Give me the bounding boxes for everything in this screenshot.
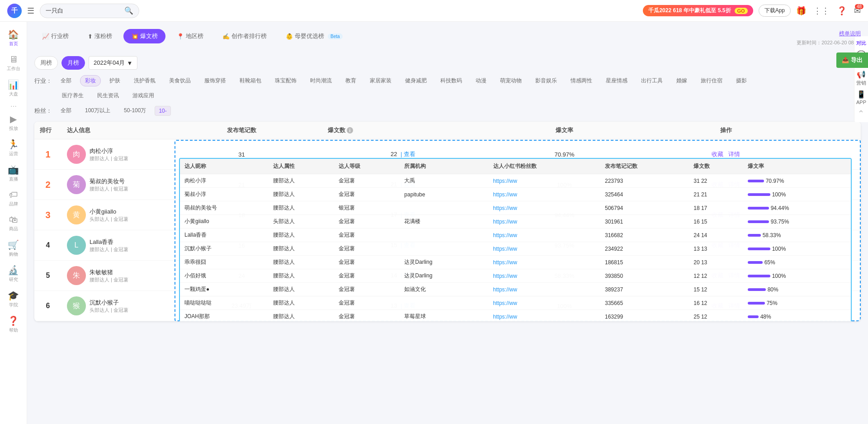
industry-horoscope[interactable]: 星座情感 [601, 75, 632, 86]
view-link-1[interactable]: | 查看 [401, 151, 415, 157]
promo-go[interactable]: GO [735, 8, 748, 14]
period-week[interactable]: 周榜 [34, 56, 58, 70]
tab-region[interactable]: 📍 地区榜 [169, 29, 211, 43]
viral-info-icon[interactable]: i [347, 127, 353, 133]
popup-cell-rate: 58.33% [743, 229, 851, 242]
industry-entertainment[interactable]: 影音娱乐 [530, 75, 562, 86]
popup-cell-rate: 94.44% [743, 201, 851, 215]
sidebar-item-deliver[interactable]: ▶ 投放 [0, 110, 27, 135]
popup-cell-name: 肉松小淳 [180, 174, 269, 188]
sidebar-item-brand[interactable]: 🏷 品牌 [0, 186, 27, 211]
fans-50-100[interactable]: 50-100万 [119, 105, 151, 116]
industry-games[interactable]: 游戏应用 [127, 90, 159, 101]
tab-viral[interactable]: 💥 爆文榜 [123, 29, 165, 43]
collect-1[interactable]: 收藏 [712, 151, 723, 157]
fans-10[interactable]: 10- [155, 106, 170, 116]
sidebar-item-academy[interactable]: 🎓 学院 [0, 286, 27, 312]
sidebar-item-shop[interactable]: 🛒 购物 [0, 236, 27, 261]
collapse-panel-icon[interactable]: ⌃ [858, 109, 864, 119]
industry-food[interactable]: 美食饮品 [164, 75, 196, 86]
compare-mkt-label: 营销 [856, 80, 866, 86]
sidebar-label-academy: 学院 [9, 302, 18, 308]
influencer-4: L Lalla香香 腰部达人 | 金冠薯 [61, 230, 161, 260]
sidebar-item-home[interactable]: 🏠 首页 [0, 25, 27, 51]
tab-industry[interactable]: 📈 行业榜 [34, 29, 76, 43]
compare-marketing[interactable]: 📢 营销 [856, 70, 866, 86]
industry-gender[interactable]: 情感两性 [566, 75, 597, 86]
industry-news[interactable]: 民生资讯 [92, 90, 124, 101]
industry-tab-label: 行业榜 [51, 32, 69, 40]
fans-1m[interactable]: 100万以上 [80, 105, 115, 116]
inf-name-3: 小黄giiallo [90, 208, 128, 216]
apps-icon[interactable]: ⋮⋮ [813, 6, 830, 16]
industry-medical[interactable]: 医疗养生 [57, 90, 89, 101]
industry-fashion[interactable]: 服饰穿搭 [199, 75, 231, 86]
promo-text: 千瓜2022 618 年中豪礼低至 [648, 7, 716, 14]
industry-trend[interactable]: 时尚潮流 [305, 75, 337, 86]
popup-cell-name: 一颗鸡蛋● [180, 283, 269, 296]
help-icon[interactable]: ❓ [837, 6, 847, 16]
popup-cell-rate: 93.75% [743, 215, 851, 229]
popup-cell-notes: 223793 [600, 174, 689, 188]
sidebar-item-research[interactable]: 🔬 研究 [0, 261, 27, 286]
industry-travel[interactable]: 旅行住宿 [696, 75, 727, 86]
gift-icon[interactable]: 🎁 [796, 6, 806, 16]
industry-all[interactable]: 全部 [56, 75, 76, 86]
industry-tech[interactable]: 科技数码 [435, 75, 467, 86]
popup-cell-rate: 75% [743, 296, 851, 310]
sidebar-item-workbench[interactable]: 🖥 工作台 [0, 51, 27, 76]
rank-6: 6 [34, 296, 61, 315]
popup-col-attr: 达人属性 [269, 159, 334, 174]
compare-label: 对比 [856, 40, 866, 47]
industry-travel-tools[interactable]: 出行工具 [636, 75, 668, 86]
popup-cell-viral: 25 12 [689, 310, 743, 322]
export-button[interactable]: 📤 导出 [836, 52, 868, 68]
search-input[interactable] [46, 7, 124, 14]
industry-shoes[interactable]: 鞋靴箱包 [235, 75, 266, 86]
sidebar-item-live[interactable]: 📺 直播 [0, 161, 27, 186]
search-button[interactable]: 🔍 [124, 6, 133, 15]
popup-cell-fans: https://ww [489, 229, 600, 242]
popup-col-org: 所属机构 [400, 159, 488, 174]
industry-makeup[interactable]: 彩妆 [80, 75, 101, 86]
popup-cell-rate: 70.97% [743, 174, 851, 188]
industry-pets[interactable]: 萌宠动物 [495, 75, 527, 86]
industry-wedding[interactable]: 婚嫁 [671, 75, 692, 86]
sidebar-item-dashboard[interactable]: 📊 大盘 [0, 76, 27, 101]
industry-wash[interactable]: 洗护香氛 [129, 75, 160, 86]
popup-cell-attr: 头部达人 [269, 215, 334, 229]
inf-info-5: 朱敏敏猪 腰部达人 | 金冠薯 [90, 268, 128, 283]
compare-app[interactable]: 📱 APP [856, 90, 866, 105]
popup-cell-rate: 100% [743, 269, 851, 283]
popup-cell-viral: 12 12 [689, 269, 743, 283]
date-select[interactable]: 2022年04月 ▼ [89, 56, 137, 70]
sidebar-item-help[interactable]: ❓ 帮助 [0, 312, 27, 337]
download-button[interactable]: 下载App [759, 5, 791, 17]
sidebar-expand[interactable]: ⋯ [10, 103, 17, 110]
tab-fans[interactable]: ⬆ 涨粉榜 [80, 29, 120, 43]
popup-cell-viral: 15 12 [689, 283, 743, 296]
period-month[interactable]: 月榜 [61, 56, 85, 70]
header-right: 千瓜2022 618 年中豪礼低至 5.5折 GO 下载App 🎁 ⋮⋮ ❓ ✉… [643, 5, 861, 17]
industry-fitness[interactable]: 健身减肥 [400, 75, 432, 86]
menu-icon[interactable]: ☰ [27, 6, 34, 16]
sidebar-item-ops[interactable]: 🏃 运营 [0, 135, 27, 161]
popup-table-row: JOAH那那 腰部达人 金冠薯 草莓星球 https://ww 163299 2… [180, 310, 851, 322]
mail-icon[interactable]: ✉ 48 [854, 6, 861, 16]
industry-edu[interactable]: 教育 [340, 75, 361, 86]
popup-cell-fans: https://ww [489, 174, 600, 188]
popup-cell-org: 大禹 [400, 174, 488, 188]
popup-cell-viral: 31 22 [689, 174, 743, 188]
tab-babycare[interactable]: 👶 母婴优选榜 Beta [278, 29, 350, 43]
fans-all[interactable]: 全部 [56, 105, 76, 116]
industry-skincare[interactable]: 护肤 [104, 75, 125, 86]
industry-anime[interactable]: 动漫 [471, 75, 491, 86]
detail-1[interactable]: 详情 [728, 151, 740, 157]
tab-creator[interactable]: ✍ 创作者排行榜 [215, 29, 274, 43]
sidebar-item-goods[interactable]: 🛍 商品 [0, 211, 27, 236]
promo-banner[interactable]: 千瓜2022 618 年中豪礼低至 5.5折 GO [643, 5, 753, 16]
popup-cell-org: 草莓星球 [400, 310, 488, 322]
industry-jewelry[interactable]: 珠宝配饰 [270, 75, 302, 86]
industry-photo[interactable]: 摄影 [731, 75, 752, 86]
industry-home[interactable]: 家居家装 [365, 75, 396, 86]
